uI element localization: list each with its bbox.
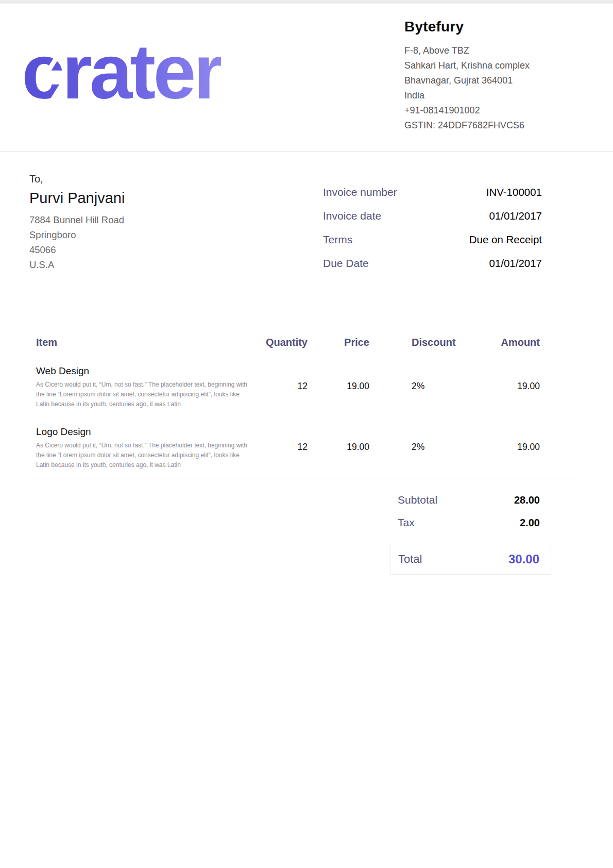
company-address-line: Sahkari Hart, Krishna complex bbox=[404, 58, 600, 73]
customer-address-line: 7884 Bunnel Hill Road bbox=[29, 212, 125, 227]
subtotal-value: 28.00 bbox=[514, 494, 540, 506]
company-gstin: GSTIN: 24DDF7682FHVCS6 bbox=[404, 118, 600, 133]
invoice-number-row: Invoice number INV-100001 bbox=[323, 185, 542, 199]
column-header-amount: Amount bbox=[462, 337, 540, 348]
item-description: As Cicero would put it, “Um, not so fast… bbox=[36, 441, 252, 470]
invoice-meta-block: Invoice number INV-100001 Invoice date 0… bbox=[323, 185, 542, 279]
invoice-number-label: Invoice number bbox=[323, 185, 397, 199]
item-amount: 19.00 bbox=[462, 426, 540, 453]
tax-value: 2.00 bbox=[520, 517, 540, 529]
invoice-page: crater Bytefury F-8, Above TBZ Sahkari H… bbox=[0, 0, 613, 868]
tax-label: Tax bbox=[398, 515, 415, 530]
company-address-line: India bbox=[404, 88, 600, 103]
column-header-quantity: Quantity bbox=[252, 337, 308, 348]
company-info-block: Bytefury F-8, Above TBZ Sahkari Hart, Kr… bbox=[404, 19, 600, 133]
table-row: Web Design As Cicero would put it, “Um, … bbox=[29, 365, 540, 409]
bill-to-label: To, bbox=[29, 173, 125, 185]
company-phone: +91-08141901002 bbox=[404, 103, 600, 118]
company-address: F-8, Above TBZ Sahkari Hart, Krishna com… bbox=[404, 43, 600, 133]
item-price: 19.00 bbox=[308, 365, 369, 392]
header-divider bbox=[0, 151, 613, 152]
terms-value: Due on Receipt bbox=[469, 232, 542, 247]
item-amount: 19.00 bbox=[462, 365, 540, 392]
item-cell: Logo Design As Cicero would put it, “Um,… bbox=[29, 426, 252, 470]
invoice-date-value: 01/01/2017 bbox=[489, 208, 542, 223]
items-table-header: Item Quantity Price Discount Amount bbox=[29, 332, 540, 348]
terms-row: Terms Due on Receipt bbox=[323, 232, 542, 247]
item-price: 19.00 bbox=[308, 426, 369, 453]
total-box: Total 30.00 bbox=[390, 544, 551, 575]
company-address-line: Bhavnagar, Gujrat 364001 bbox=[404, 73, 600, 88]
company-address-line: F-8, Above TBZ bbox=[404, 43, 600, 58]
items-table: Item Quantity Price Discount Amount Web … bbox=[29, 332, 540, 470]
item-name: Web Design bbox=[36, 365, 252, 377]
tax-row: Tax 2.00 bbox=[390, 515, 551, 530]
totals-block: Subtotal 28.00 Tax 2.00 Total 30.00 bbox=[390, 492, 551, 575]
subtotal-row: Subtotal 28.00 bbox=[390, 492, 551, 508]
item-discount: 2% bbox=[369, 365, 462, 392]
customer-address-line: U.S.A bbox=[29, 257, 125, 272]
invoice-number-value: INV-100001 bbox=[486, 185, 542, 199]
company-name: Bytefury bbox=[404, 19, 600, 35]
table-row: Logo Design As Cicero would put it, “Um,… bbox=[29, 426, 540, 470]
due-date-label: Due Date bbox=[323, 256, 369, 271]
invoice-date-label: Invoice date bbox=[323, 208, 381, 223]
item-quantity: 12 bbox=[252, 365, 308, 392]
column-header-discount: Discount bbox=[369, 337, 462, 348]
crater-logo: crater bbox=[22, 33, 221, 110]
item-cell: Web Design As Cicero would put it, “Um, … bbox=[29, 365, 252, 409]
customer-address-line: Springboro bbox=[29, 227, 125, 242]
item-name: Logo Design bbox=[36, 426, 252, 438]
item-description: As Cicero would put it, “Um, not so fast… bbox=[36, 380, 252, 409]
column-header-item: Item bbox=[29, 337, 252, 348]
total-value: 30.00 bbox=[508, 552, 539, 566]
due-date-value: 01/01/2017 bbox=[489, 256, 542, 271]
customer-address: 7884 Bunnel Hill Road Springboro 45066 U… bbox=[29, 212, 125, 272]
column-header-price: Price bbox=[308, 337, 369, 348]
terms-label: Terms bbox=[323, 232, 352, 247]
top-edge-strip bbox=[0, 0, 613, 4]
customer-name: Purvi Panjvani bbox=[29, 190, 125, 207]
table-bottom-divider bbox=[29, 478, 580, 478]
invoice-date-row: Invoice date 01/01/2017 bbox=[323, 208, 542, 223]
customer-address-line: 45066 bbox=[29, 242, 125, 257]
item-quantity: 12 bbox=[252, 426, 308, 453]
item-discount: 2% bbox=[369, 426, 462, 453]
due-date-row: Due Date 01/01/2017 bbox=[323, 256, 542, 271]
subtotal-label: Subtotal bbox=[398, 492, 437, 508]
total-label: Total bbox=[398, 553, 422, 566]
crater-logo-wordmark: crater bbox=[22, 28, 221, 115]
bill-to-block: To, Purvi Panjvani 7884 Bunnel Hill Road… bbox=[29, 173, 125, 272]
